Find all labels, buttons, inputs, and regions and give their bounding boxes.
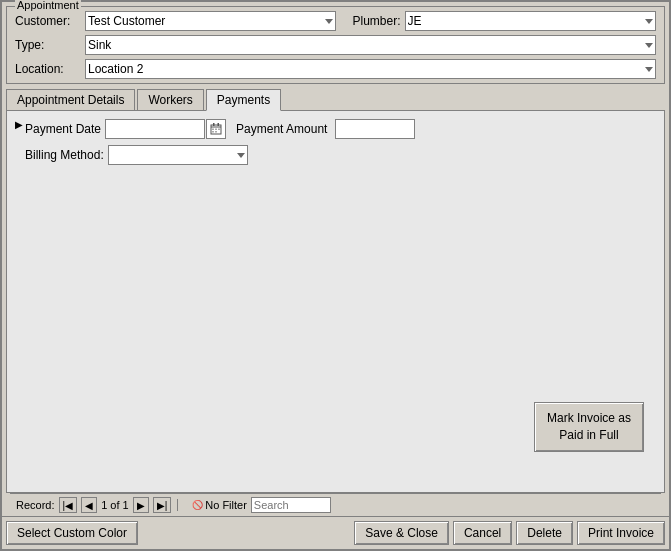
nav-next-button[interactable]: ▶ bbox=[133, 497, 149, 513]
svg-rect-4 bbox=[212, 129, 214, 131]
svg-rect-2 bbox=[213, 123, 215, 126]
bottom-bar: Select Custom Color Save & Close Cancel … bbox=[2, 516, 669, 549]
record-nav: Record: |◀ ◀ 1 of 1 ▶ ▶| 🚫 No Filter bbox=[10, 493, 661, 516]
tab-content-payments: ▶ Payment Date bbox=[6, 110, 665, 493]
customer-select[interactable]: Test Customer bbox=[85, 11, 336, 31]
payment-amount-input[interactable] bbox=[335, 119, 415, 139]
row-indicator: ▶ bbox=[15, 119, 23, 130]
tab-bar: Appointment Details Workers Payments bbox=[6, 88, 665, 110]
svg-rect-8 bbox=[215, 131, 217, 133]
tab-workers[interactable]: Workers bbox=[137, 89, 203, 111]
billing-method-select[interactable] bbox=[108, 145, 248, 165]
filter-icon: 🚫 bbox=[192, 500, 203, 510]
type-label: Type: bbox=[15, 38, 85, 52]
tabs-container: Appointment Details Workers Payments ▶ P… bbox=[6, 88, 665, 516]
payment-date-amount-row: Payment Date bbox=[25, 119, 656, 139]
nav-prev-button[interactable]: ◀ bbox=[81, 497, 97, 513]
plumber-label: Plumber: bbox=[352, 14, 400, 28]
payment-date-label: Payment Date bbox=[25, 122, 101, 136]
customer-label: Customer: bbox=[15, 14, 85, 28]
search-input[interactable] bbox=[251, 497, 331, 513]
nav-last-button[interactable]: ▶| bbox=[153, 497, 172, 513]
nav-separator bbox=[177, 499, 178, 511]
tab-appointment-details[interactable]: Appointment Details bbox=[6, 89, 135, 111]
print-invoice-button[interactable]: Print Invoice bbox=[577, 521, 665, 545]
billing-method-label: Billing Method: bbox=[25, 148, 104, 162]
billing-method-row: Billing Method: bbox=[25, 145, 656, 165]
location-row: Location: Location 2 bbox=[15, 59, 656, 79]
section-label: Appointment bbox=[15, 0, 81, 11]
cancel-button[interactable]: Cancel bbox=[453, 521, 512, 545]
location-select[interactable]: Location 2 bbox=[85, 59, 656, 79]
no-filter-area: 🚫 No Filter bbox=[192, 499, 247, 511]
nav-first-button[interactable]: |◀ bbox=[59, 497, 78, 513]
main-window: Appointment Customer: Test Customer Plum… bbox=[0, 0, 671, 551]
type-row: Type: Sink bbox=[15, 35, 656, 55]
payment-fields: Payment Date bbox=[25, 119, 656, 171]
mark-invoice-button[interactable]: Mark Invoice as Paid in Full bbox=[534, 402, 644, 452]
svg-rect-6 bbox=[218, 129, 220, 131]
plumber-select[interactable]: JE bbox=[405, 11, 656, 31]
delete-button[interactable]: Delete bbox=[516, 521, 573, 545]
tab-payments[interactable]: Payments bbox=[206, 89, 281, 111]
record-info: 1 of 1 bbox=[101, 499, 129, 511]
save-close-button[interactable]: Save & Close bbox=[354, 521, 449, 545]
svg-rect-7 bbox=[212, 131, 214, 133]
record-label: Record: bbox=[16, 499, 55, 511]
svg-rect-5 bbox=[215, 129, 217, 131]
appointment-section: Appointment Customer: Test Customer Plum… bbox=[6, 6, 665, 84]
select-custom-color-button[interactable]: Select Custom Color bbox=[6, 521, 138, 545]
calendar-icon[interactable] bbox=[206, 119, 226, 139]
content-inner: ▶ Payment Date bbox=[15, 119, 656, 171]
type-select[interactable]: Sink bbox=[85, 35, 656, 55]
location-label: Location: bbox=[15, 62, 85, 76]
svg-rect-3 bbox=[218, 123, 220, 126]
no-filter-label: No Filter bbox=[205, 499, 247, 511]
customer-plumber-row: Customer: Test Customer Plumber: JE bbox=[15, 11, 656, 31]
payment-amount-label: Payment Amount bbox=[236, 122, 327, 136]
payment-date-input[interactable] bbox=[105, 119, 205, 139]
